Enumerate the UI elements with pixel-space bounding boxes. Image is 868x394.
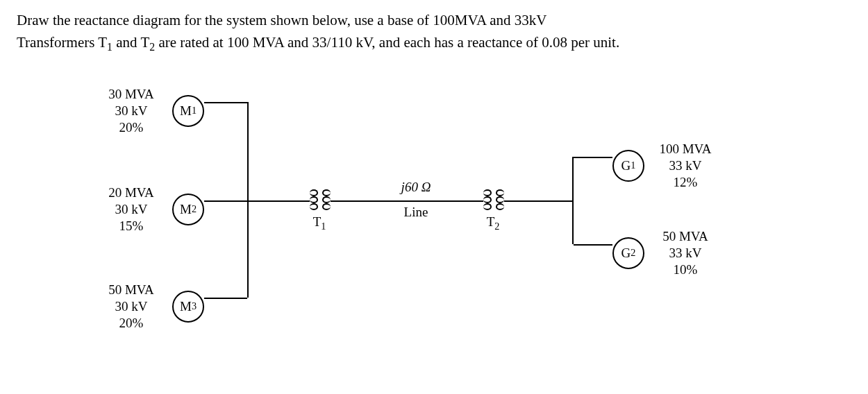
transformer-t1-icon: T1 (310, 189, 331, 210)
problem-text: Draw the reactance diagram for the syste… (17, 10, 851, 55)
one-line-diagram: 30 MVA 30 kV 20% M1 20 MVA 30 kV 15% M2 … (100, 83, 794, 374)
m2-lead (204, 200, 247, 202)
m3-ratings: 50 MVA 30 kV 20% (100, 282, 162, 331)
right-bus-line (572, 157, 574, 244)
t2-to-bus (504, 200, 572, 202)
machine-g2: G2 50 MVA 33 kV 10% (612, 228, 717, 277)
line-label: Line (399, 205, 433, 220)
machine-g1: G1 100 MVA 33 kV 12% (612, 141, 717, 190)
g2-ratings: 50 MVA 33 kV 10% (654, 228, 717, 277)
g2-circle-icon: G2 (612, 237, 644, 269)
t1-label: T1 (310, 214, 329, 232)
g2-lead (574, 244, 612, 246)
machine-m3: 50 MVA 30 kV 20% M3 (100, 282, 204, 331)
g1-lead (574, 157, 612, 158)
t1-to-line (331, 200, 483, 202)
line-impedance: j60 Ω (392, 180, 440, 195)
left-bus-line (247, 102, 249, 298)
m3-circle-icon: M3 (172, 291, 204, 323)
g1-circle-icon: G1 (612, 150, 644, 182)
m3-lead (204, 298, 247, 299)
g1-ratings: 100 MVA 33 kV 12% (654, 141, 717, 190)
transformer-t2-icon: T2 (483, 189, 504, 210)
m2-ratings: 20 MVA 30 kV 15% (100, 185, 162, 234)
machine-m1: 30 MVA 30 kV 20% M1 (100, 86, 204, 135)
machine-m2: 20 MVA 30 kV 15% M2 (100, 185, 204, 234)
prompt-line1: Draw the reactance diagram for the syste… (17, 12, 546, 28)
m1-circle-icon: M1 (172, 95, 204, 127)
m2-circle-icon: M2 (172, 194, 204, 225)
m1-ratings: 30 MVA 30 kV 20% (100, 86, 162, 135)
t2-label: T2 (483, 214, 503, 232)
bus-to-t1 (249, 200, 310, 202)
m1-lead (204, 102, 247, 103)
